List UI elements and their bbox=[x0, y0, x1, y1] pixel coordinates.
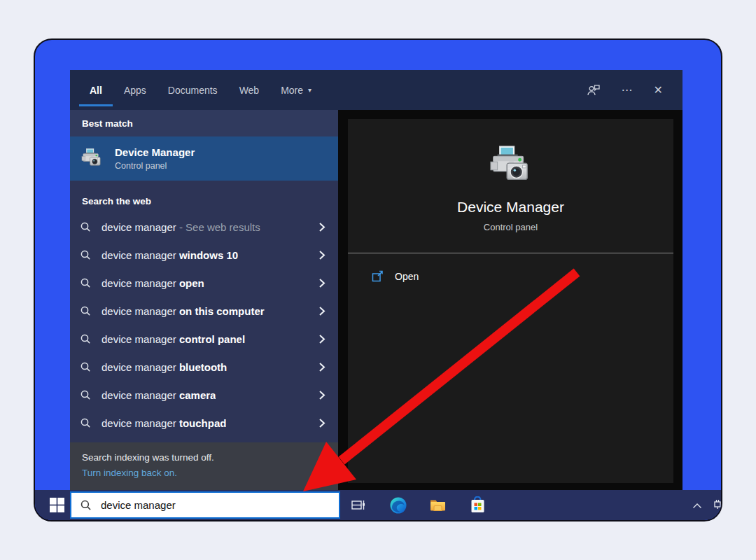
preview-subtitle: Control panel bbox=[348, 222, 673, 232]
tab-label: All bbox=[90, 85, 102, 96]
edge-button[interactable] bbox=[388, 496, 407, 514]
search-icon bbox=[80, 499, 92, 511]
search-input[interactable] bbox=[101, 499, 330, 511]
result-title: Device Manager bbox=[115, 146, 195, 158]
web-suggestion-row[interactable]: device manager touchpad bbox=[70, 409, 338, 437]
preview-title: Device Manager bbox=[348, 199, 673, 216]
web-suggestion-row[interactable]: device manager control panel bbox=[70, 325, 338, 353]
tab-label: More bbox=[281, 85, 303, 96]
open-label: Open bbox=[395, 271, 419, 282]
tab-all[interactable]: All bbox=[90, 70, 102, 110]
open-action[interactable]: Open bbox=[348, 253, 673, 282]
start-button[interactable] bbox=[42, 490, 71, 520]
taskbar bbox=[35, 490, 721, 520]
chevron-right-icon[interactable] bbox=[318, 390, 326, 400]
web-suggestion-row[interactable]: device manager - See web results bbox=[70, 213, 338, 241]
web-suggestion-row[interactable]: device manager on this computer bbox=[70, 297, 338, 325]
taskbar-search-box[interactable] bbox=[70, 491, 340, 519]
launch-icon bbox=[372, 270, 384, 282]
tab-web[interactable]: Web bbox=[239, 70, 260, 110]
turn-indexing-on-link[interactable]: Turn indexing back on. bbox=[82, 465, 326, 481]
search-results-column: Best match Device Manager Control panel … bbox=[70, 110, 338, 490]
close-icon[interactable]: ✕ bbox=[654, 85, 663, 96]
tab-label: Documents bbox=[168, 85, 218, 96]
search-icon bbox=[80, 249, 91, 260]
chevron-down-icon: ▾ bbox=[308, 86, 312, 94]
chevron-right-icon[interactable] bbox=[318, 334, 326, 344]
search-icon bbox=[80, 361, 91, 372]
chevron-right-icon[interactable] bbox=[318, 278, 326, 288]
search-icon bbox=[80, 277, 91, 288]
tab-documents[interactable]: Documents bbox=[168, 70, 218, 110]
show-hidden-icons-button[interactable] bbox=[692, 499, 702, 512]
chevron-right-icon[interactable] bbox=[318, 306, 326, 316]
web-suggestion-row[interactable]: device manager camera bbox=[70, 381, 338, 409]
notice-text: Search indexing was turned off. bbox=[82, 450, 326, 465]
screenshot-frame: All Apps Documents Web More ▾ bbox=[34, 38, 722, 522]
chevron-right-icon[interactable] bbox=[318, 222, 326, 232]
network-tray-button[interactable] bbox=[713, 498, 722, 513]
chevron-right-icon[interactable] bbox=[318, 362, 326, 372]
tab-label: Web bbox=[239, 85, 260, 96]
web-suggestion-row[interactable]: device manager open bbox=[70, 269, 338, 297]
web-suggestion-row[interactable]: device manager windows 10 bbox=[70, 241, 338, 269]
chevron-right-icon[interactable] bbox=[318, 250, 326, 260]
search-icon bbox=[80, 417, 91, 428]
tab-more[interactable]: More ▾ bbox=[281, 70, 312, 110]
search-filter-tabbar: All Apps Documents Web More ▾ bbox=[70, 70, 682, 110]
web-suggestion-row[interactable]: device manager bluetooth bbox=[70, 353, 338, 381]
chevron-up-icon bbox=[692, 503, 702, 509]
preview-backdrop: Device Manager Control panel Open bbox=[338, 110, 682, 490]
microsoft-store-button[interactable] bbox=[468, 496, 487, 514]
ethernet-plug-icon bbox=[713, 498, 722, 510]
device-manager-icon bbox=[81, 148, 103, 169]
search-the-web-header: Search the web bbox=[70, 181, 338, 213]
search-icon bbox=[80, 333, 91, 344]
best-match-header: Best match bbox=[70, 110, 338, 136]
result-subtitle: Control panel bbox=[115, 161, 195, 171]
task-view-icon bbox=[349, 496, 367, 514]
indexing-notice: Search indexing was turned off. Turn ind… bbox=[70, 442, 338, 490]
search-icon bbox=[80, 221, 91, 232]
tab-apps[interactable]: Apps bbox=[124, 70, 146, 110]
task-view-button[interactable] bbox=[349, 496, 368, 514]
file-explorer-icon bbox=[428, 496, 447, 514]
file-explorer-button[interactable] bbox=[428, 496, 447, 514]
device-manager-icon bbox=[489, 144, 533, 188]
chevron-right-icon[interactable] bbox=[318, 418, 326, 428]
more-options-icon[interactable]: ⋯ bbox=[622, 85, 633, 96]
best-match-result[interactable]: Device Manager Control panel bbox=[70, 136, 338, 181]
windows-search-flyout: All Apps Documents Web More ▾ bbox=[70, 70, 682, 490]
microsoft-store-icon bbox=[469, 496, 486, 514]
edge-icon bbox=[389, 496, 407, 514]
page: All Apps Documents Web More ▾ bbox=[0, 0, 756, 560]
feedback-icon[interactable] bbox=[587, 83, 601, 97]
search-icon bbox=[80, 305, 91, 316]
tab-label: Apps bbox=[124, 85, 146, 96]
windows-logo-icon bbox=[50, 498, 64, 512]
search-icon bbox=[80, 389, 91, 400]
preview-panel: Device Manager Control panel Open bbox=[348, 119, 673, 483]
